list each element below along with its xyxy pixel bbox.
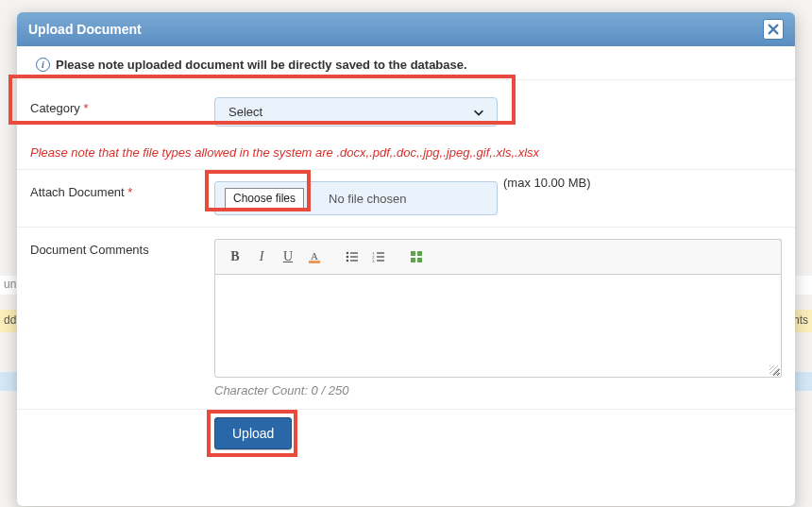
info-icon: i (36, 58, 50, 72)
upload-button[interactable]: Upload (214, 417, 292, 449)
bold-button[interactable]: B (223, 245, 247, 268)
resize-handle[interactable] (770, 365, 779, 375)
bg-row-left: dd (4, 313, 16, 327)
submit-row: Upload (17, 409, 795, 506)
font-color-button[interactable]: A (302, 245, 327, 268)
ordered-list-icon: 1 2 3 (371, 249, 386, 264)
save-notice: i Please note uploaded document will be … (17, 46, 795, 79)
close-button[interactable] (763, 19, 784, 40)
required-marker: * (127, 185, 132, 199)
max-size-note: (max 10.00 MB) (503, 176, 590, 190)
svg-text:A: A (311, 250, 318, 262)
fullscreen-icon (409, 249, 424, 264)
comments-editor[interactable] (214, 274, 782, 378)
upload-document-modal: Upload Document i Please note uploaded d… (17, 12, 795, 506)
svg-rect-9 (377, 252, 384, 254)
comments-label: Document Comments (30, 243, 149, 257)
fullscreen-button[interactable] (404, 245, 429, 268)
svg-rect-14 (411, 251, 415, 256)
close-icon (767, 23, 780, 36)
svg-point-2 (347, 252, 349, 255)
svg-rect-1 (309, 261, 320, 263)
notice-text: Please note uploaded document will be di… (56, 58, 467, 72)
category-label: Category (30, 101, 80, 115)
svg-rect-11 (377, 256, 384, 258)
svg-point-6 (347, 260, 349, 262)
category-selected-value: Select (228, 105, 262, 119)
file-status: No file chosen (329, 192, 406, 206)
category-select[interactable]: Select (214, 97, 498, 127)
svg-rect-5 (350, 256, 358, 258)
svg-rect-13 (377, 260, 384, 262)
filetypes-note: Please note that the file types allowed … (17, 144, 795, 169)
svg-rect-7 (350, 260, 358, 262)
required-marker: * (83, 101, 88, 115)
editor-toolbar: B I U A (214, 239, 782, 274)
svg-rect-3 (350, 252, 358, 254)
attach-row: Attach Document * Choose files No file c… (17, 169, 795, 227)
ordered-list-button[interactable]: 1 2 3 (366, 245, 391, 268)
attach-label: Attach Document (30, 185, 125, 199)
svg-rect-16 (411, 258, 415, 262)
svg-point-4 (347, 256, 349, 259)
choose-files-button[interactable]: Choose files (225, 188, 304, 209)
bullet-list-icon (345, 249, 360, 264)
file-input[interactable]: Choose files No file chosen (214, 181, 498, 215)
svg-text:3: 3 (372, 259, 375, 263)
italic-button[interactable]: I (249, 245, 274, 268)
comments-row: Document Comments B I U A (17, 227, 795, 409)
svg-rect-17 (417, 258, 422, 262)
underline-button[interactable]: U (276, 245, 300, 268)
char-count: Character Count: 0 / 250 (214, 383, 782, 397)
svg-rect-15 (417, 251, 422, 256)
chevron-down-icon (472, 106, 485, 119)
category-row: Category * Select (17, 79, 795, 144)
font-color-icon: A (307, 249, 322, 264)
modal-title: Upload Document (28, 22, 142, 37)
modal-header: Upload Document (17, 12, 795, 46)
bullet-list-button[interactable] (340, 245, 364, 268)
